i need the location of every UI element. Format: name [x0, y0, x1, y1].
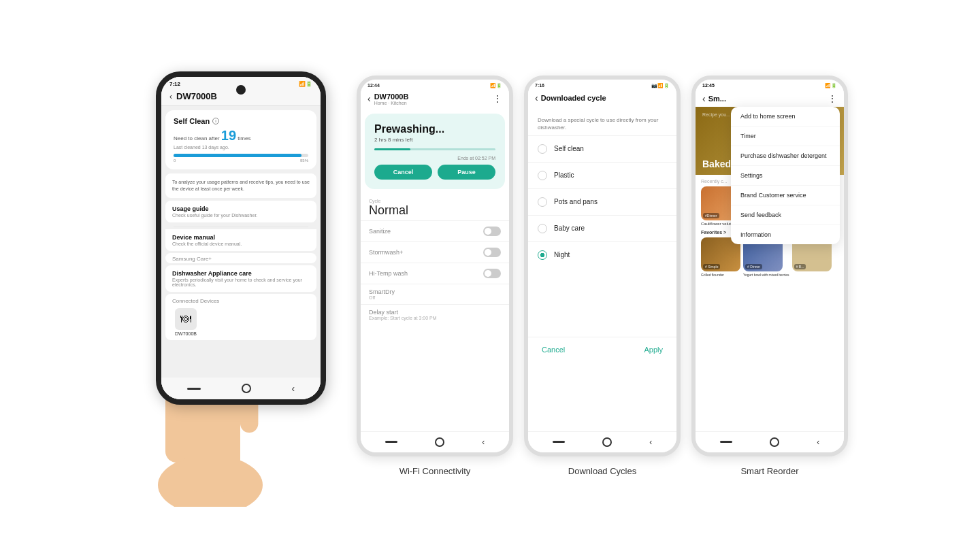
fav-tag-0: # Simple [703, 264, 720, 269]
toggle-stormwash-switch[interactable] [483, 248, 501, 257]
download-screen-card: 7:16 📷📶🔋 ‹ Downloaded cycle Download a s… [524, 76, 681, 476]
dl-icons: 📷📶🔋 [651, 83, 670, 88]
sm-more-icon[interactable]: ⋮ [828, 93, 837, 104]
sm-header-left: ‹ Sm... [702, 93, 726, 104]
toggle-hitemp: Hi-Temp wash [361, 263, 509, 284]
dropdown-settings[interactable]: Settings [731, 166, 840, 186]
device-manual-title: Device manual [172, 234, 310, 241]
radio-plastic-label: Plastic [554, 171, 574, 179]
smart-phone: 12:45 📶🔋 ‹ Sm... ⋮ Add to home screen Ti… [691, 76, 848, 456]
radio-plastic[interactable]: Plastic [528, 162, 676, 188]
radio-night-circle[interactable] [538, 250, 547, 260]
progress-bar-wrap: 0 95% [174, 154, 308, 163]
sm-back-icon[interactable]: ‹ [702, 93, 706, 104]
radio-baby-care-circle[interactable] [538, 224, 547, 233]
tip-text: To analyze your usage patterns and recei… [165, 173, 316, 198]
sm-nav-home[interactable] [770, 437, 779, 447]
smartdry-label: SmartDry [369, 288, 501, 295]
wifi-more-icon[interactable]: ⋮ [493, 93, 502, 104]
wifi-nav-bar: ‹ [361, 431, 509, 452]
fav-name-1: Yogurt bowl with mixed berries [743, 273, 789, 277]
smart-screen-card: 12:45 📶🔋 ‹ Sm... ⋮ Add to home screen Ti… [691, 76, 848, 476]
wifi-icons: 📶🔋 [490, 83, 502, 88]
connected-section: Connected Devices 🍽 DW7000B [165, 294, 316, 340]
sm-status-bar: 12:45 📶🔋 [696, 80, 844, 92]
wifi-nav-back[interactable]: ‹ [482, 437, 485, 447]
toggle-sanitize-label: Sanitize [369, 228, 391, 235]
prewash-ends: Ends at 02:52 PM [374, 156, 495, 161]
toggle-sanitize-switch[interactable] [483, 227, 501, 236]
clean-number: 19 [221, 128, 236, 143]
radio-pots-pans-circle[interactable] [538, 197, 547, 207]
dl-apply-button[interactable]: Apply [644, 346, 663, 354]
wifi-back-icon[interactable]: ‹ [368, 93, 371, 104]
last-cleaned: Last cleaned 13 days ago. [174, 145, 308, 150]
radio-pots-pans[interactable]: Pots and pans [528, 188, 676, 215]
dl-nav-home[interactable] [602, 437, 612, 447]
prewash-btn-row: Cancel Pause [374, 165, 495, 180]
info-icon[interactable]: i [212, 118, 219, 124]
wifi-header-left: ‹ DW7000B Home · Kitchen [368, 93, 408, 105]
appliance-care-item[interactable]: Dishwasher Appliance care Experts period… [165, 265, 316, 292]
device-manual-item[interactable]: Device manual Check the official device … [165, 229, 316, 251]
phone1-nav-back[interactable]: ‹ [291, 383, 295, 394]
phone1-back-icon[interactable]: ‹ [169, 92, 172, 101]
radio-self-clean[interactable]: Self clean [528, 135, 676, 162]
dropdown-brand[interactable]: Brand Customer service [731, 186, 840, 205]
prewash-progress-fill [374, 148, 410, 150]
dl-cancel-button[interactable]: Cancel [542, 346, 565, 354]
toggle-hitemp-switch[interactable] [483, 269, 501, 278]
self-clean-section: Self Clean i Need to clean after 19 time… [165, 110, 316, 169]
radio-self-clean-circle[interactable] [538, 144, 547, 154]
radio-plastic-circle[interactable] [538, 171, 547, 180]
sm-title: Sm... [708, 95, 726, 103]
usage-guide-desc: Check useful guide for your Dishwasher. [172, 213, 310, 218]
pause-button[interactable]: Pause [438, 165, 495, 180]
radio-baby-care[interactable]: Baby care [528, 215, 676, 241]
toggle-stormwash-label: Stormwash+ [369, 249, 403, 256]
toggle-sanitize: Sanitize [361, 220, 509, 241]
phone1-icons: 📶🔋 [299, 81, 312, 87]
phone1-nav-home[interactable] [242, 384, 251, 393]
phone1-time: 7:12 [169, 81, 180, 87]
wifi-nav-home[interactable] [435, 437, 444, 447]
dl-footer: Cancel Apply [528, 337, 676, 362]
radio-self-clean-label: Self clean [554, 145, 584, 152]
prewash-card: Prewashing... 2 hrs 8 mins left Ends at … [365, 114, 505, 189]
dl-nav-back[interactable]: ‹ [649, 437, 652, 447]
delay-label: Delay start [369, 309, 501, 316]
download-caption: Download Cycles [568, 466, 636, 476]
cancel-button[interactable]: Cancel [374, 165, 432, 180]
toggle-stormwash: Stormwash+ [361, 241, 509, 263]
device-manual-desc: Check the official device manual. [172, 241, 310, 246]
cycle-value: Normal [369, 203, 501, 218]
usage-guide-item[interactable]: Usage guide Check useful guide for your … [165, 201, 316, 222]
wifi-header: ‹ DW7000B Home · Kitchen ⋮ [361, 90, 509, 110]
dropdown-timer[interactable]: Timer [731, 127, 840, 146]
wifi-caption: Wi-Fi Connectivity [399, 466, 471, 476]
dl-nav-menu [553, 441, 565, 443]
prewash-time: 2 hrs 8 mins left [374, 137, 495, 143]
cycle-section: Cycle Normal [361, 193, 509, 220]
sm-icons: 📶🔋 [825, 83, 837, 88]
sm-nav-back[interactable]: ‹ [817, 437, 819, 447]
smart-caption: Smart Reorder [740, 466, 798, 476]
sm-header-recipe-text: Recipe you... [702, 112, 730, 117]
dl-description: Download a special cycle to use directly… [538, 116, 667, 131]
dropdown-feedback[interactable]: Send feedback [731, 205, 840, 225]
dropdown-purchase[interactable]: Purchase dishwasher detergent [731, 146, 840, 166]
wifi-subtitle: Home · Kitchen [374, 101, 409, 105]
recipe-tag-0: #Dinner [703, 213, 719, 218]
delay-start-row: Delay start Example: Start cycle at 3:00… [361, 304, 509, 324]
fav-tag-1: # Dinner [745, 264, 762, 269]
sm-nav-menu [720, 441, 732, 443]
dl-nav-bar: ‹ [528, 431, 676, 452]
wifi-nav-menu [385, 441, 397, 443]
device-item[interactable]: 🍽 DW7000B [172, 308, 199, 336]
progress-bar-bg [174, 154, 308, 157]
phone-notch [236, 85, 246, 95]
radio-night[interactable]: Night [528, 241, 676, 268]
dropdown-info[interactable]: Information [731, 225, 840, 244]
fav-name-0: Grilled flounder [701, 273, 740, 277]
dropdown-add-home[interactable]: Add to home screen [731, 107, 840, 127]
